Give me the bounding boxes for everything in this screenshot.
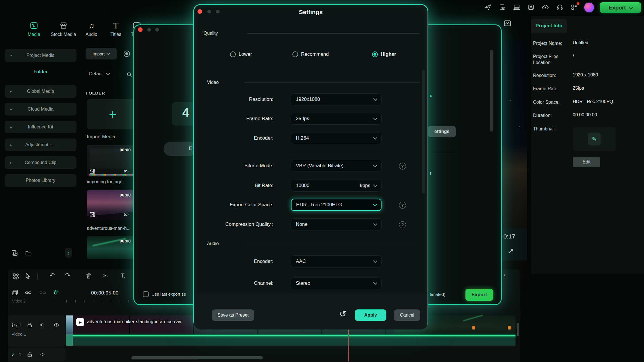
close-button[interactable] [138, 27, 143, 32]
format-tile[interactable]: 4 [172, 102, 195, 126]
export-color-space-dropdown[interactable]: HDR - Rec.2100HLG [291, 199, 382, 211]
compression-quality-dropdown[interactable]: None [291, 218, 382, 230]
encoder-dropdown[interactable]: H.264 [291, 132, 382, 144]
tab-media[interactable]: Media [24, 21, 44, 37]
export-to-button[interactable]: E [164, 142, 196, 156]
link-icon[interactable] [25, 289, 32, 296]
zoom-button[interactable] [155, 28, 159, 32]
record-icon[interactable] [124, 51, 130, 57]
search-icon[interactable] [126, 71, 133, 78]
publish-icon[interactable] [484, 3, 492, 11]
sidebar-item-influence-kit[interactable]: ▸ Influence Kit [5, 121, 76, 133]
chevron-down-icon [106, 71, 110, 75]
select-cursor-icon[interactable] [24, 272, 32, 280]
import-button[interactable]: Import [86, 48, 117, 59]
thumbnail-box[interactable]: ✎ [573, 127, 616, 151]
support-headset-icon[interactable] [556, 3, 564, 11]
export-button[interactable]: Export [600, 2, 641, 13]
help-icon[interactable]: ? [399, 163, 406, 170]
save-as-preset-button[interactable]: Save as Preset [212, 309, 254, 321]
track-video2-label: Video 2 [12, 299, 26, 303]
new-folder-icon[interactable] [25, 249, 32, 257]
stock-media-icon [59, 21, 68, 30]
section-divider [244, 244, 419, 244]
framerate-dropdown[interactable]: 25 fps [291, 113, 382, 125]
film-icon [89, 211, 95, 218]
preview-quality-icon[interactable] [503, 19, 512, 28]
radio-option-higher[interactable]: Higher [372, 51, 396, 57]
media-clip-thumbnail[interactable]: 00:00 [87, 145, 138, 177]
unlink-icon[interactable] [39, 289, 46, 296]
fullscreen-icon[interactable] [506, 246, 514, 255]
snap-icon[interactable] [52, 288, 60, 296]
text-tool-icon[interactable]: T, [121, 272, 125, 279]
preview-controls: 0:17 [502, 228, 527, 261]
tab-titles[interactable]: T Titles [106, 21, 126, 37]
vertical-scrollbar[interactable] [517, 323, 519, 336]
mute-speaker-icon[interactable] [40, 322, 46, 328]
collapse-panel-button[interactable]: ‹ [65, 248, 72, 258]
field-value: 1920 x 1080 [573, 72, 598, 78]
add-media-icon[interactable] [11, 249, 18, 257]
edit-button[interactable]: Edit [573, 157, 600, 167]
tab-project-info[interactable]: Project Info [531, 19, 567, 33]
undo-icon[interactable]: ↶ [49, 272, 55, 279]
sort-dropdown[interactable]: Default [89, 71, 110, 76]
lock-icon[interactable] [26, 351, 33, 358]
field-label: Thumbnail: [533, 126, 571, 132]
reset-icon[interactable]: ↺ [339, 309, 346, 319]
sidebar-item-adjustment-layer[interactable]: ▸ Adjustment L... [5, 138, 76, 151]
help-icon[interactable]: ? [399, 202, 406, 209]
duplicate-icon[interactable] [12, 289, 19, 296]
device-icon[interactable] [513, 3, 521, 11]
delete-icon[interactable] [85, 272, 92, 280]
tab-audio[interactable]: ♫ Audio [81, 21, 101, 37]
sidebar-item-project-media[interactable]: ▾ Project Media [5, 49, 76, 62]
mute-speaker-icon[interactable] [40, 351, 46, 358]
export-settings-button[interactable]: ettings [428, 126, 456, 137]
save-icon[interactable] [527, 3, 535, 11]
film-icon [89, 168, 95, 174]
element-grid-icon[interactable] [12, 272, 20, 280]
track-count: 1 [19, 352, 21, 357]
channel-dropdown[interactable]: Stereo [291, 277, 382, 289]
sidebar-item-folder[interactable]: Folder [5, 69, 76, 74]
minimize-button[interactable] [147, 28, 151, 32]
export-confirm-button[interactable]: Export [465, 289, 493, 301]
bitrate-mode-dropdown[interactable]: VBR (Variable Bitrate) [291, 160, 382, 172]
import-media-tile[interactable]: + [87, 99, 139, 129]
caret-right-icon: ▸ [10, 156, 12, 169]
audio-encoder-dropdown[interactable]: AAC [291, 255, 382, 267]
tab-titles-label: Titles [106, 32, 126, 37]
use-last-settings-checkbox[interactable] [143, 291, 149, 297]
redo-icon[interactable]: ↷ [65, 272, 70, 279]
lock-icon[interactable] [26, 322, 33, 328]
scrollbar-thumb[interactable] [490, 50, 493, 132]
cancel-button[interactable]: Cancel [394, 309, 420, 321]
resolution-dropdown[interactable]: 1920x1080 [291, 93, 382, 105]
media-clip-thumbnail[interactable]: 00:00 [87, 190, 138, 220]
cloud-sync-icon[interactable] [541, 3, 549, 11]
settings-row-bitrate-mode: Bitrate Mode: VBR (Variable Bitrate) ? [194, 160, 428, 172]
apply-button[interactable]: Apply [355, 309, 386, 321]
dialog-scrollbar[interactable] [422, 70, 425, 193]
timeline-clip-audio[interactable] [66, 334, 515, 346]
caret-right-icon: ▸ [10, 121, 12, 133]
avatar[interactable] [584, 3, 594, 12]
sidebar-item-global-media[interactable]: ▸ Global Media [5, 85, 76, 98]
task-list-icon[interactable] [498, 3, 506, 11]
radio-option-recommend[interactable]: Recommend [292, 51, 329, 57]
hide-eye-icon[interactable] [53, 322, 60, 328]
sidebar-item-photos-library[interactable]: Photos Library [5, 174, 76, 187]
media-clip-thumbnail[interactable]: 00:00 [87, 236, 138, 259]
split-scissors-icon[interactable]: ✂ [103, 272, 108, 280]
bitrate-input[interactable]: 10000 kbps [291, 180, 382, 192]
horizontal-scrollbar[interactable] [131, 356, 263, 359]
radio-option-lower[interactable]: Lower [230, 51, 252, 57]
sidebar-item-cloud-media[interactable]: ▸ Cloud Media [5, 103, 76, 115]
thumbnail-edit-tile[interactable]: ✎ [588, 133, 601, 145]
timeline-options-icon[interactable]: ▾ [504, 273, 506, 277]
help-icon[interactable]: ? [399, 221, 406, 228]
sidebar-item-compound-clip[interactable]: ▸ Compound Clip [5, 156, 76, 169]
tab-stock-media[interactable]: Stock Media [48, 21, 78, 37]
